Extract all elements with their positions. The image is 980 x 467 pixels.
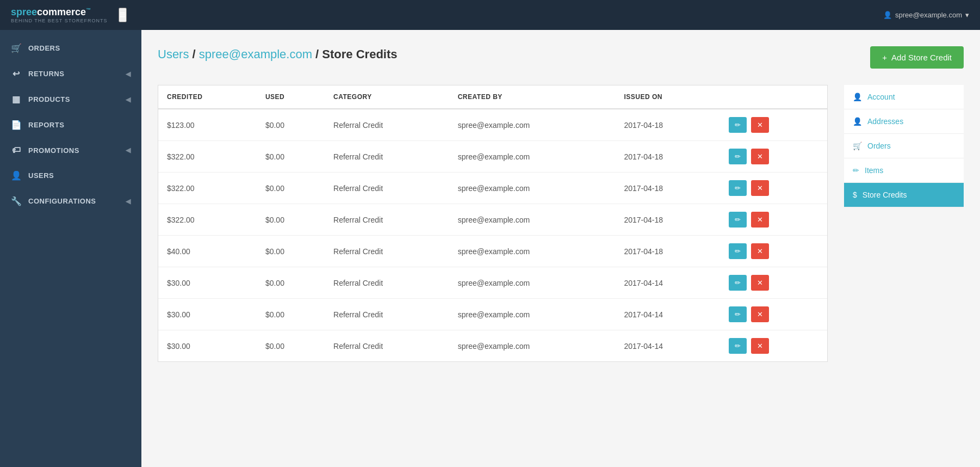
breadcrumb-users[interactable]: Users [158,47,189,61]
cell-issued-on: 2017-04-14 [615,330,720,362]
reports-icon: 📄 [11,120,22,130]
table-row: $322.00 $0.00 Referral Credit spree@exam… [158,173,827,204]
edit-button[interactable]: ✏ [729,338,747,354]
logo-tm: ™ [86,7,91,13]
cell-used: $0.00 [257,267,325,299]
cell-credited: $322.00 [158,173,257,204]
cell-category: Referral Credit [325,299,449,330]
sidebar-item-returns[interactable]: ↩ Returns ◀ [0,61,141,87]
col-used: USED [257,85,325,109]
sidebar-item-reports[interactable]: 📄 Reports [0,112,141,138]
cell-credited: $322.00 [158,204,257,236]
cell-category: Referral Credit [325,109,449,141]
layout: 🛒 Orders ↩ Returns ◀ ▦ Products ◀ 📄 Repo… [0,30,980,467]
table-row: $123.00 $0.00 Referral Credit spree@exam… [158,109,827,141]
cell-actions: ✏ ✕ [720,299,827,330]
right-sidebar-label-addresses: Addresses [867,117,903,126]
cell-category: Referral Credit [325,236,449,267]
chevron-icon-configurations: ◀ [126,198,131,205]
col-credited: CREDITED [158,85,257,109]
user-icon: 👤 [883,11,892,19]
edit-button[interactable]: ✏ [729,243,747,259]
logo-text: spreecommerce™ [11,7,108,18]
chevron-icon-returns: ◀ [126,70,131,78]
promotions-icon: 🏷 [11,145,22,155]
cell-created-by: spree@example.com [449,141,616,173]
navbar-user: 👤 spree@example.com ▾ [883,11,969,19]
cell-created-by: spree@example.com [449,204,616,236]
sidebar-item-configurations[interactable]: 🔧 Configurations ◀ [0,188,141,214]
cell-issued-on: 2017-04-18 [615,109,720,141]
breadcrumb: Users / spree@example.com / Store Credit… [158,46,398,63]
table-row: $322.00 $0.00 Referral Credit spree@exam… [158,141,827,173]
sidebar-label-orders: Orders [28,44,60,52]
cell-used: $0.00 [257,141,325,173]
cell-used: $0.00 [257,330,325,362]
cell-credited: $30.00 [158,299,257,330]
delete-button[interactable]: ✕ [751,117,769,133]
right-sidebar-item-items[interactable]: ✏ Items [844,158,964,183]
navbar-left: spreecommerce™ BEHIND THE BEST STOREFRON… [11,7,127,23]
edit-button[interactable]: ✏ [729,180,747,196]
edit-button[interactable]: ✏ [729,212,747,228]
delete-button[interactable]: ✕ [751,180,769,196]
logo-spree: spree [11,7,37,17]
sidebar-label-reports: Reports [28,121,64,129]
cell-used: $0.00 [257,173,325,204]
sidebar-item-products[interactable]: ▦ Products ◀ [0,87,141,112]
cell-actions: ✏ ✕ [720,109,827,141]
edit-button[interactable]: ✏ [729,149,747,164]
cell-actions: ✏ ✕ [720,204,827,236]
cell-used: $0.00 [257,299,325,330]
account-icon: 👤 [853,93,862,101]
sidebar-item-promotions[interactable]: 🏷 Promotions ◀ [0,138,141,163]
table-header-row: CREDITED USED CATEGORY CREATED BY ISSUED… [158,85,827,109]
right-sidebar-item-addresses[interactable]: 👤 Addresses [844,109,964,134]
cell-credited: $123.00 [158,109,257,141]
delete-button[interactable]: ✕ [751,338,769,354]
add-store-credit-button[interactable]: + Add Store Credit [870,46,964,69]
sidebar: 🛒 Orders ↩ Returns ◀ ▦ Products ◀ 📄 Repo… [0,30,141,467]
right-sidebar-label-orders: Orders [867,142,891,150]
right-sidebar-item-orders[interactable]: 🛒 Orders [844,134,964,158]
table-row: $40.00 $0.00 Referral Credit spree@examp… [158,236,827,267]
breadcrumb-email[interactable]: spree@example.com [199,47,312,61]
cell-used: $0.00 [257,236,325,267]
cell-category: Referral Credit [325,141,449,173]
addresses-icon: 👤 [853,117,862,126]
configurations-icon: 🔧 [11,196,22,206]
right-sidebar-item-account[interactable]: 👤 Account [844,85,964,109]
delete-button[interactable]: ✕ [751,243,769,259]
orders-icon: 🛒 [11,43,22,53]
sidebar-item-orders[interactable]: 🛒 Orders [0,35,141,61]
sidebar-label-returns: Returns [28,70,64,78]
chevron-down-icon[interactable]: ▾ [965,11,969,19]
col-issued-on: ISSUED ON [615,85,720,109]
users-icon: 👤 [11,170,22,181]
cell-issued-on: 2017-04-14 [615,299,720,330]
delete-button[interactable]: ✕ [751,275,769,291]
cell-used: $0.00 [257,204,325,236]
delete-button[interactable]: ✕ [751,212,769,228]
sidebar-label-products: Products [28,95,70,103]
cell-category: Referral Credit [325,267,449,299]
hamburger-button[interactable]: ≡ [119,8,127,22]
cell-credited: $322.00 [158,141,257,173]
logo: spreecommerce™ BEHIND THE BEST STOREFRON… [11,7,108,23]
table-row: $30.00 $0.00 Referral Credit spree@examp… [158,267,827,299]
breadcrumb-current: Store Credits [322,47,397,61]
right-sidebar-item-store-credits[interactable]: $ Store Credits [844,183,964,207]
col-category: CATEGORY [325,85,449,109]
delete-button[interactable]: ✕ [751,306,769,322]
sidebar-item-users[interactable]: 👤 Users [0,163,141,188]
edit-button[interactable]: ✏ [729,117,747,133]
right-sidebar: 👤 Account 👤 Addresses 🛒 Orders ✏ Items $… [844,85,964,362]
edit-button[interactable]: ✏ [729,275,747,291]
delete-button[interactable]: ✕ [751,149,769,164]
col-actions [720,85,827,109]
cell-created-by: spree@example.com [449,299,616,330]
main-content: Users / spree@example.com / Store Credit… [141,30,980,467]
page-header: Users / spree@example.com / Store Credit… [158,46,964,69]
items-icon: ✏ [853,166,859,175]
edit-button[interactable]: ✏ [729,306,747,322]
